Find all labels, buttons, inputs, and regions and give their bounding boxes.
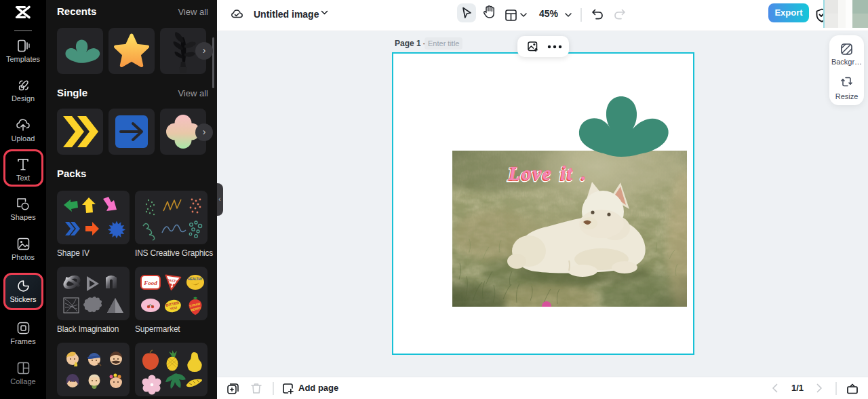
svg-text:Love it .: Love it . xyxy=(508,162,587,184)
svg-text:Food: Food xyxy=(143,280,157,286)
svg-text:HEALTHY: HEALTHY xyxy=(188,278,202,281)
